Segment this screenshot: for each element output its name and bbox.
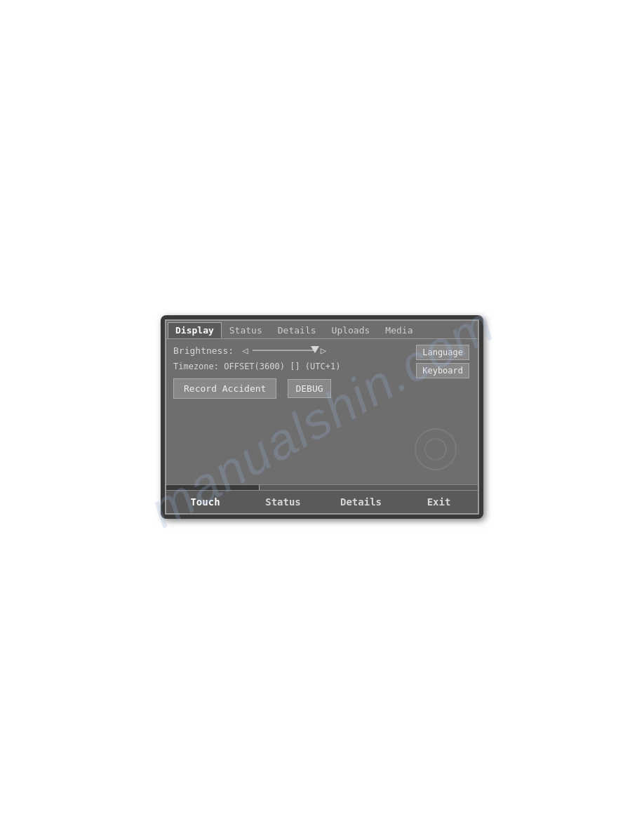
tab-bar: Display Status Details Uploads Media — [166, 321, 478, 339]
tab-status[interactable]: Status — [222, 322, 270, 338]
slider-track — [253, 350, 316, 351]
screen: Display Status Details Uploads Media Lan… — [165, 319, 479, 515]
tab-uploads[interactable]: Uploads — [324, 322, 378, 338]
nav-details[interactable]: Details — [322, 494, 400, 510]
device-container: Display Status Details Uploads Media Lan… — [161, 315, 483, 519]
decorative-circle-inner — [424, 438, 447, 461]
progress-bar-area — [166, 484, 478, 490]
progress-bar-fill — [166, 485, 260, 490]
bottom-nav: Touch Status Details Exit — [166, 490, 478, 513]
slider-right-arrow: ▷ — [321, 345, 326, 356]
slider-left-arrow: ◁ — [242, 345, 248, 356]
keyboard-button[interactable]: Keyboard — [416, 363, 469, 378]
slider-thumb — [311, 346, 319, 353]
record-accident-button[interactable]: Record Accident — [173, 378, 276, 399]
brightness-slider[interactable]: ◁ ▷ — [242, 345, 326, 356]
right-buttons: Language Keyboard — [416, 345, 469, 378]
tab-media[interactable]: Media — [377, 322, 420, 338]
nav-status[interactable]: Status — [244, 494, 322, 510]
tab-display[interactable]: Display — [168, 322, 222, 338]
content-area: Language Keyboard Brightness: ◁ ▷ Timezo… — [166, 339, 478, 484]
bottom-buttons-row: Record Accident DEBUG — [173, 378, 471, 399]
debug-button[interactable]: DEBUG — [288, 379, 330, 398]
nav-exit[interactable]: Exit — [400, 494, 478, 510]
language-button[interactable]: Language — [416, 345, 469, 360]
nav-touch[interactable]: Touch — [166, 494, 244, 510]
tab-details[interactable]: Details — [270, 322, 324, 338]
brightness-label: Brightness: — [173, 345, 234, 356]
